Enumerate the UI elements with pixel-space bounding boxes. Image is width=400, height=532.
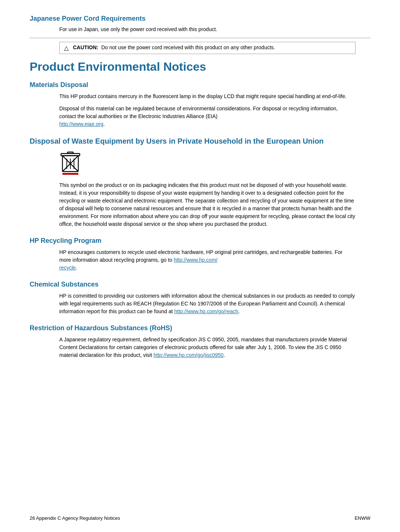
hp-recycling-body: HP encourages customers to recycle used … (59, 248, 356, 272)
materials-disposal-heading: Materials Disposal (30, 81, 370, 89)
disposal-waste-section: Disposal of Waste Equipment by Users in … (30, 137, 370, 228)
materials-disposal-section: Materials Disposal This HP product conta… (30, 81, 370, 128)
waste-icon-container (59, 149, 370, 176)
japanese-power-cord-section: Japanese Power Cord Requirements For use… (30, 15, 370, 54)
hp-recycling-section: HP Recycling Program HP encourages custo… (30, 237, 370, 272)
svg-rect-8 (63, 173, 79, 175)
caution-text: Do not use the power cord received with … (101, 44, 275, 50)
chemical-substances-body: HP is committed to providing our custome… (59, 292, 356, 315)
page-footer: 26 Appendix C Agency Regulatory Notices … (30, 515, 370, 521)
footer-right: ENWW (354, 515, 370, 521)
japanese-power-cord-body: For use in Japan, use only the power cor… (59, 26, 356, 33)
reach-link[interactable]: http://www.hp.com/go/reach (174, 308, 239, 314)
materials-disposal-para1: This HP product contains mercury in the … (59, 93, 356, 100)
hp-recycling-heading: HP Recycling Program (30, 237, 370, 245)
jisc0950-link[interactable]: http://www.hp.com/go/jisc0950 (153, 352, 223, 358)
restriction-hazardous-heading: Restriction of Hazardous Substances (RoH… (30, 324, 370, 332)
chemical-substances-heading: Chemical Substances (30, 281, 370, 288)
caution-box: △ CAUTION: Do not use the power cord rec… (59, 42, 356, 54)
disposal-waste-heading: Disposal of Waste Equipment by Users in … (30, 137, 370, 145)
japanese-power-cord-heading: Japanese Power Cord Requirements (30, 15, 370, 23)
footer-left: 26 Appendix C Agency Regulatory Notices (30, 515, 120, 521)
weee-icon (59, 149, 81, 175)
product-environmental-heading: Product Environmental Notices (30, 60, 370, 74)
restriction-hazardous-body: A Japanese regulatory requirement, defin… (59, 336, 356, 359)
restriction-hazardous-section: Restriction of Hazardous Substances (RoH… (30, 324, 370, 359)
eiae-link[interactable]: http://www.eiae.org (59, 121, 103, 127)
chemical-substances-section: Chemical Substances HP is committed to p… (30, 281, 370, 315)
disposal-waste-body: This symbol on the product or on its pac… (59, 181, 356, 228)
svg-rect-2 (67, 152, 73, 154)
materials-disposal-para2: Disposal of this material can be regulat… (59, 105, 356, 128)
caution-label: CAUTION: (73, 44, 98, 50)
caution-triangle-icon: △ (64, 44, 69, 51)
product-environmental-section: Product Environmental Notices Materials … (30, 60, 370, 359)
